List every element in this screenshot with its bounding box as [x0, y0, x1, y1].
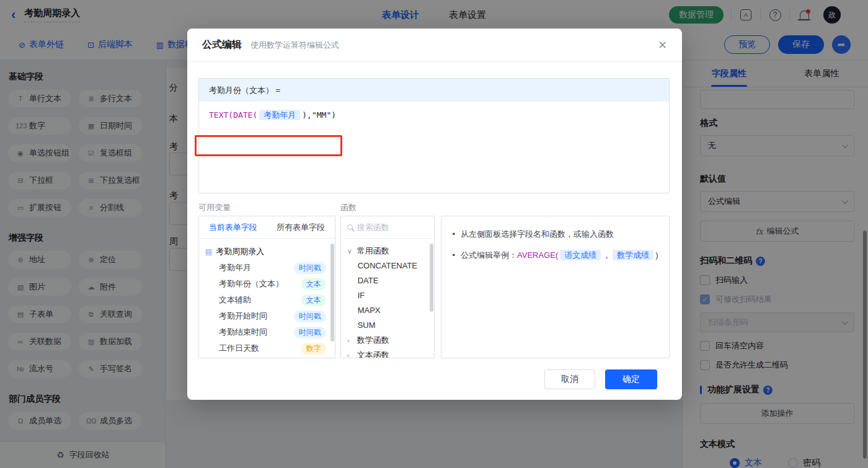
formula-code-editor[interactable]: TEXT(DATE(考勤年月),"MM"): [199, 102, 669, 193]
cancel-button[interactable]: 取消: [544, 369, 595, 389]
field-chip: 数学成绩: [613, 250, 653, 260]
help-comma: ，: [603, 250, 611, 260]
functions-label: 函数: [340, 202, 356, 213]
variables-root-label: 考勤周期录入: [216, 246, 264, 257]
function-group-text[interactable]: › 文本函数: [347, 348, 434, 358]
modal-panels: 当前表单字段 所有表单字段 ▤ 考勤周期录入 考勤年月: [198, 216, 670, 358]
variable-type-badge: 时间戳: [294, 327, 326, 338]
variable-name: 考勤年份（文本）: [219, 278, 283, 289]
formula-function: TEXT(DATE(: [209, 110, 257, 120]
help-body: • 从左侧面板选择字段名和函数，或输入函数 • 公式编辑举例：AVERAGE(语…: [441, 216, 670, 281]
help-close-paren: ): [655, 250, 658, 260]
function-group-math[interactable]: › 数学函数: [347, 333, 434, 348]
variables-panel: 当前表单字段 所有表单字段 ▤ 考勤周期录入 考勤年月: [198, 216, 335, 358]
help-text: 公式编辑举例：AVERAGE(语文成绩，数学成绩): [461, 249, 658, 262]
field-chip: 语文成绩: [560, 250, 601, 260]
confirm-button[interactable]: 确定: [605, 369, 657, 389]
variables-tabs: 当前表单字段 所有表单字段: [199, 216, 335, 239]
functions-scrollbar[interactable]: [430, 244, 433, 312]
functions-panel: ∨ 常用函数 CONCATENATE DATE IF: [340, 216, 435, 358]
functions-list: ∨ 常用函数 CONCATENATE DATE IF: [341, 239, 434, 358]
section-labels: 可用变量 函数: [198, 202, 670, 213]
bullet-icon: •: [453, 249, 456, 262]
chevron-collapsed-icon: ›: [347, 351, 353, 358]
help-text: 从左侧面板选择字段名和函数，或输入函数: [461, 227, 614, 241]
variable-name: 考勤开始时间: [219, 311, 267, 322]
variable-row[interactable]: 考勤年份（文本） 文本: [205, 276, 335, 292]
function-group-common[interactable]: ∨ 常用函数: [347, 244, 434, 258]
formula-editor-modal: 公式编辑 使用数学运算符编辑公式 ✕ 考勤月份（文本） = TEXT(DATE(…: [187, 29, 682, 400]
variable-row[interactable]: 考勤结束时间 时间戳: [205, 324, 335, 340]
chevron-collapsed-icon: ›: [347, 337, 353, 344]
document-icon: ▤: [205, 247, 212, 256]
variable-type-badge: 时间戳: [294, 311, 326, 322]
variable-name: 文本辅助: [219, 294, 251, 306]
modal-header: 公式编辑 使用数学运算符编辑公式 ✕: [187, 29, 682, 62]
variable-name: 考勤结束时间: [219, 327, 267, 338]
function-search: [341, 216, 434, 239]
function-group-label: 常用函数: [357, 245, 389, 257]
variables-rows: 考勤年月 时间戳 考勤年份（文本） 文本 文本辅助: [205, 260, 335, 356]
chevron-expanded-icon: ∨: [347, 247, 353, 255]
help-line-1: • 从左侧面板选择字段名和函数，或输入函数: [450, 227, 661, 241]
function-item[interactable]: SUM: [347, 318, 434, 333]
variables-list: ▤ 考勤周期录入 考勤年月 时间戳: [199, 239, 335, 356]
function-item[interactable]: CONCATENATE: [347, 258, 434, 273]
search-icon: [347, 224, 353, 230]
tab-current-form-fields[interactable]: 当前表单字段: [199, 216, 267, 238]
modal-subtitle: 使用数学运算符编辑公式: [250, 40, 339, 51]
variable-row[interactable]: 文本辅助 文本: [205, 292, 335, 308]
variable-name: 工作日天数: [219, 343, 259, 354]
function-group-label: 数学函数: [357, 335, 389, 346]
variable-type-badge: 数字: [301, 343, 326, 355]
variables-root-node[interactable]: ▤ 考勤周期录入: [205, 244, 335, 260]
formula-rest: ),"MM"): [302, 110, 336, 120]
variable-name: 考勤年月: [219, 262, 251, 273]
variables-scrollbar[interactable]: [330, 244, 334, 342]
formula-box: 考勤月份（文本） = TEXT(DATE(考勤年月),"MM"): [198, 78, 670, 193]
function-items: CONCATENATE DATE IF MAPX SUM: [347, 258, 434, 333]
function-item[interactable]: DATE: [347, 273, 434, 288]
modal-body: 考勤月份（文本） = TEXT(DATE(考勤年月),"MM") 可用变量 函数…: [187, 62, 682, 389]
variable-row[interactable]: 考勤开始时间 时间戳: [205, 308, 335, 324]
variables-label: 可用变量: [198, 202, 340, 213]
formula-target: 考勤月份（文本） =: [199, 79, 669, 102]
help-example-function: AVERAGE(: [517, 250, 558, 260]
variable-type-badge: 文本: [301, 278, 326, 290]
app-root: ‹ 考勤周期录入 表单设计 表单设置 数据管理 A ? 政 ⊘ 表单外链: [0, 0, 868, 468]
function-item[interactable]: IF: [347, 288, 434, 303]
function-item[interactable]: MAPX: [347, 303, 434, 318]
function-search-input[interactable]: [357, 223, 419, 232]
help-example-prefix: 公式编辑举例：: [461, 250, 517, 260]
field-chip[interactable]: 考勤年月: [259, 110, 300, 120]
help-line-2: • 公式编辑举例：AVERAGE(语文成绩，数学成绩): [450, 249, 661, 262]
function-group-label: 文本函数: [357, 350, 389, 358]
variable-row[interactable]: 工作日天数 数字: [205, 340, 335, 356]
variable-type-badge: 文本: [301, 294, 326, 306]
modal-footer: 取消 确定: [198, 358, 670, 389]
variable-row[interactable]: 考勤年月 时间戳: [205, 260, 335, 276]
tab-all-form-fields[interactable]: 所有表单字段: [267, 216, 334, 238]
variable-type-badge: 时间戳: [294, 262, 326, 274]
modal-title: 公式编辑: [202, 38, 242, 51]
close-icon[interactable]: ✕: [658, 40, 667, 51]
help-panel: • 从左侧面板选择字段名和函数，或输入函数 • 公式编辑举例：AVERAGE(语…: [441, 216, 670, 358]
bullet-icon: •: [453, 227, 456, 241]
